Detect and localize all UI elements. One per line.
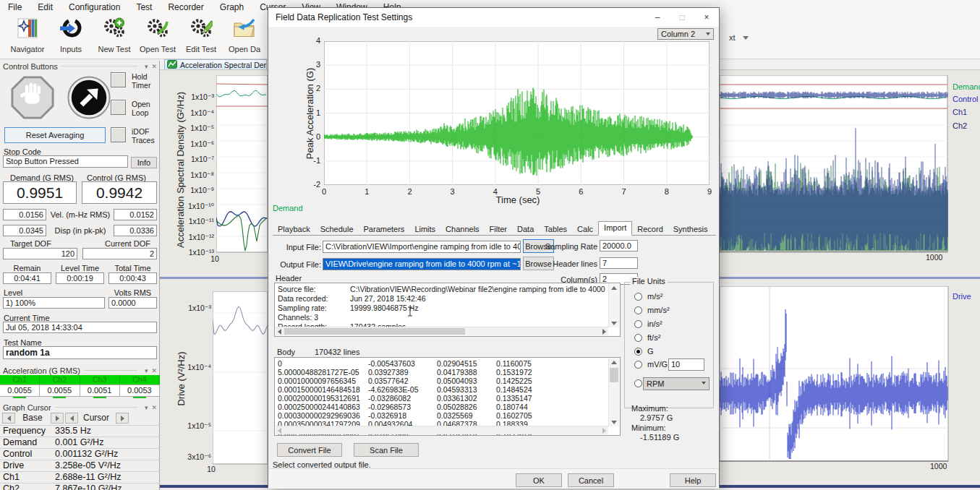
vertical-scrollbar[interactable] (608, 358, 619, 426)
scroll-down-icon[interactable] (611, 421, 617, 424)
base-next-button[interactable] (51, 413, 64, 424)
asd-plot-left[interactable] (216, 75, 268, 256)
reset-averaging-button[interactable]: Reset Averaging (4, 127, 106, 143)
toolbar-button-open-test[interactable]: Open Test (136, 17, 179, 53)
checkbox-box[interactable] (111, 72, 126, 87)
stop-button[interactable] (10, 75, 55, 123)
header-lines-field[interactable]: 7 (600, 257, 638, 269)
tab-data[interactable]: Data (512, 224, 539, 235)
radio-icon[interactable] (634, 306, 642, 314)
body-cell: 0.00010000097656345 (278, 377, 368, 385)
dialog-x-tick: 8 (660, 187, 674, 196)
run-button[interactable] (67, 75, 111, 123)
body-row: 5.00000488281727E-050.039273890.04179388… (278, 368, 607, 377)
sampling-rate-field[interactable]: 20000.0 (600, 240, 638, 252)
body-cell: 0.000200000195312691 (278, 394, 368, 403)
vertical-scrollbar[interactable] (608, 284, 619, 327)
help-button[interactable]: Help (670, 473, 716, 487)
rpm-dropdown[interactable]: RPM (643, 377, 710, 390)
body-preview-box[interactable]: 0-0.0054376030.029045150.11600755.000004… (274, 357, 621, 436)
toolbar-button-open-da[interactable]: Open Da (223, 17, 266, 53)
scan-file-button[interactable]: Scan File (354, 443, 419, 457)
horizontal-scrollbar[interactable] (276, 426, 608, 434)
radio-g[interactable]: G (624, 347, 711, 357)
dialog-waveform-plot[interactable] (324, 41, 710, 185)
scroll-up-icon[interactable] (611, 361, 617, 364)
base-prev-button[interactable] (2, 413, 15, 424)
tab-playback[interactable]: Playback (273, 224, 315, 235)
child-window-tab[interactable]: Acceleration Spectral Densit (164, 59, 267, 69)
channel-header-ch3: Ch3 (80, 375, 120, 384)
menu-item-edit[interactable]: Edit (30, 2, 61, 12)
toolbar-button-navigator[interactable]: Navigator (6, 17, 49, 53)
checkbox-open-loop[interactable]: Open Loop (111, 100, 165, 117)
collapse-caret-icon[interactable]: ▾ (145, 63, 148, 70)
tab-filter[interactable]: Filter (485, 224, 512, 235)
close-icon[interactable]: ✕ (151, 367, 157, 374)
checkbox-box[interactable] (111, 127, 126, 142)
close-icon[interactable]: ✕ (151, 404, 157, 411)
tab-parameters[interactable]: Parameters (359, 224, 410, 235)
menu-item-test[interactable]: Test (128, 2, 160, 12)
cursor-prev-button[interactable] (65, 413, 78, 424)
scrollbar-thumb[interactable] (284, 328, 465, 335)
menu-item-configuration[interactable]: Configuration (61, 2, 128, 12)
tab-limits[interactable]: Limits (409, 224, 440, 235)
menu-item-file[interactable]: File (0, 2, 30, 12)
cursor-next-button[interactable] (116, 413, 129, 424)
drive-plot-right[interactable] (720, 286, 949, 464)
toolbar-button-inputs[interactable]: Inputs (49, 17, 93, 53)
cancel-button[interactable]: Cancel (568, 473, 614, 487)
toolbar-button-edit-test[interactable]: Edit Test (179, 17, 223, 53)
menu-item-graph[interactable]: Graph (212, 2, 252, 12)
input-file-field[interactable]: C:\VibrationVIEW\Import\engine ramping f… (323, 241, 521, 253)
scroll-left-icon[interactable] (278, 329, 281, 335)
radio-ft-s[interactable]: ft/s² (624, 333, 711, 343)
scroll-down-icon[interactable] (611, 322, 617, 325)
radio-icon[interactable] (634, 320, 642, 328)
tab-record[interactable]: Record (632, 224, 668, 235)
scrollbar-thumb[interactable] (610, 368, 618, 382)
collapse-caret-icon[interactable]: ▾ (145, 367, 148, 374)
horizontal-scrollbar[interactable] (276, 327, 608, 335)
scroll-left-icon[interactable] (278, 428, 281, 434)
toolbar-overflow-button[interactable]: xt (729, 33, 749, 42)
asd-plot-right[interactable] (720, 75, 948, 256)
checkbox-idof-traces[interactable]: iDOF Traces (111, 127, 165, 145)
convert-file-button[interactable]: Convert File (277, 443, 342, 457)
radio-m-s[interactable]: m/s² (624, 292, 711, 302)
radio-icon[interactable] (634, 348, 642, 356)
radio-in-s[interactable]: in/s² (624, 319, 711, 330)
radio-mm-s[interactable]: mm/s² (624, 306, 711, 316)
tab-import[interactable]: Import (598, 221, 632, 236)
toolbar-button-new-test[interactable]: New Test (93, 17, 136, 53)
mvg-field[interactable]: 10 (668, 358, 704, 371)
output-file-field[interactable]: VIEW\Drive\engine ramping from idle to 4… (323, 258, 521, 270)
radio-icon[interactable] (634, 379, 642, 387)
tab-synthesis[interactable]: Synthesis (668, 224, 713, 235)
maximize-button[interactable]: □ (670, 8, 694, 27)
tab-calc[interactable]: Calc (572, 224, 598, 235)
close-icon[interactable]: ✕ (151, 63, 157, 70)
radio-icon[interactable] (634, 361, 642, 369)
tab-tables[interactable]: Tables (539, 224, 572, 235)
dialog-title-bar[interactable]: Field Data Replication Test Settings – □… (268, 8, 719, 27)
column-select-dropdown[interactable]: Column 2 (657, 28, 714, 40)
scroll-right-icon[interactable] (602, 329, 606, 335)
tab-channels[interactable]: Channels (440, 224, 484, 235)
collapse-caret-icon[interactable]: ▾ (145, 404, 148, 411)
checkbox-hold-timer[interactable]: Hold Timer (111, 72, 165, 90)
tab-schedule[interactable]: Schedule (315, 224, 359, 235)
header-preview-box[interactable]: Source file:C:\VibrationVIEW\Recording\W… (274, 283, 621, 337)
scroll-up-icon[interactable] (611, 286, 617, 290)
drive-plot-left[interactable] (213, 291, 268, 466)
info-button[interactable]: Info (131, 157, 157, 168)
menu-item-recorder[interactable]: Recorder (160, 2, 211, 12)
scroll-right-icon[interactable] (602, 428, 606, 434)
minimize-button[interactable]: – (645, 8, 670, 27)
radio-icon[interactable] (634, 334, 642, 342)
checkbox-box[interactable] (111, 100, 126, 115)
radio-icon[interactable] (634, 293, 642, 301)
close-button[interactable]: × (694, 8, 719, 27)
ok-button[interactable]: OK (516, 473, 562, 487)
